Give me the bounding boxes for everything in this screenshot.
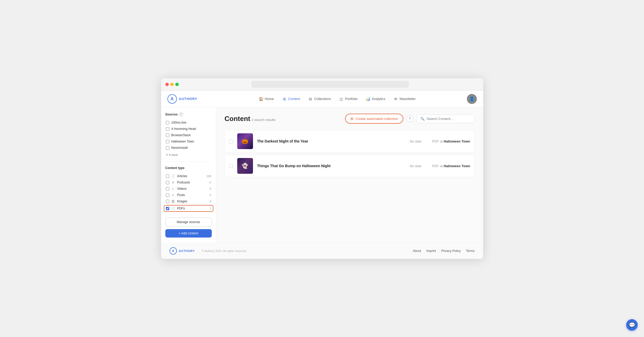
images-checkbox[interactable] — [166, 200, 169, 203]
pdfs-icon: 📄 — [171, 207, 175, 210]
page-title: Content — [225, 115, 250, 123]
type-podcasts[interactable]: 🎙 Podcasts 0 — [165, 179, 212, 186]
type-pdfs[interactable]: 📄 PDFs 2 — [164, 205, 213, 212]
pdfs-checkbox[interactable] — [166, 207, 169, 210]
item-1-date: No date — [410, 139, 422, 143]
source-browserstack-checkbox[interactable] — [166, 134, 169, 137]
show-more-sources[interactable]: ∨ 4 more — [165, 152, 212, 157]
chat-button[interactable]: 💬 — [626, 319, 638, 331]
footer-privacy[interactable]: Privacy Policy — [441, 249, 461, 253]
nav-home[interactable]: 🏠 Home — [255, 95, 278, 103]
articles-checkbox[interactable] — [166, 175, 169, 178]
item-2-info: Things That Go Bump on Halloween Night — [257, 164, 405, 168]
source-humming-heart[interactable]: A Humming Heart — [165, 126, 212, 132]
search-box[interactable]: 🔍 — [416, 114, 475, 123]
collection-icon: ⊞ — [350, 117, 353, 121]
videos-checkbox[interactable] — [166, 187, 169, 191]
source-browserstack[interactable]: BrowserStack — [165, 132, 212, 138]
sidebar: Sources ? 100ms.live A Humming Heart Bro… — [161, 107, 216, 243]
logo-icon: A — [167, 94, 177, 104]
type-images[interactable]: 🖼 Images 0 — [165, 198, 212, 204]
home-icon: 🏠 — [259, 97, 263, 101]
divider — [165, 162, 212, 162]
footer-copyright: © Authory 2022. All rights reserved. — [202, 249, 247, 252]
podcasts-checkbox[interactable] — [166, 181, 169, 184]
footer: A AUTHORY © Authory 2022. All rights res… — [161, 243, 483, 259]
posts-checkbox[interactable] — [166, 193, 169, 197]
analytics-icon: 📊 — [366, 97, 370, 101]
content-items-list: 🎃 The Darkest Night of the Year No date … — [225, 130, 475, 177]
source-100ms[interactable]: 100ms.live — [165, 119, 212, 126]
item-1-thumbnail: 🎃 — [237, 133, 253, 149]
newsletter-icon: ✉ — [394, 97, 398, 101]
content-header: Content 2 search results ⊞ Create automa… — [225, 114, 475, 124]
collections-icon: ⊟ — [308, 97, 313, 101]
source-100ms-checkbox[interactable] — [166, 121, 169, 124]
search-input[interactable] — [427, 117, 471, 121]
footer-links: About Imprint Privacy Policy Terms — [413, 249, 474, 253]
main-layout: Sources ? 100ms.live A Humming Heart Bro… — [161, 107, 483, 243]
content-icon: ⊞ — [282, 97, 287, 101]
close-dot[interactable] — [165, 83, 169, 86]
nav-collections[interactable]: ⊟ Collections — [305, 95, 335, 103]
footer-logo-text: AUTHORY — [179, 249, 195, 252]
sidebar-bottom: Manage sources + Add content — [165, 212, 212, 238]
source-humming-heart-checkbox[interactable] — [166, 127, 169, 131]
item-2-thumbnail: 👻 — [237, 158, 253, 174]
add-content-button[interactable]: + Add content — [165, 229, 212, 238]
item-2-date: No date — [410, 164, 422, 168]
videos-icon: ▷ — [171, 187, 175, 191]
browser-dots — [165, 83, 179, 86]
browser-chrome — [161, 78, 483, 91]
item-2-checkbox[interactable] — [229, 164, 233, 168]
sources-help-icon[interactable]: ? — [179, 113, 183, 116]
source-halloween-town-checkbox[interactable] — [166, 140, 169, 143]
item-1-title: The Darkest Night of the Year — [257, 139, 405, 143]
type-articles[interactable]: 📄 Articles 198 — [165, 173, 212, 179]
footer-logo[interactable]: A AUTHORY — [170, 247, 195, 255]
footer-terms[interactable]: Terms — [466, 249, 475, 253]
top-nav: A AUTHORY 🏠 Home ⊞ Content ⊟ Collections — [161, 91, 483, 107]
main-nav: 🏠 Home ⊞ Content ⊟ Collections ◫ Portfol… — [208, 95, 467, 103]
source-neverinstall[interactable]: Neverinstall — [165, 145, 212, 151]
source-halloween-town[interactable]: Halloween Town — [165, 138, 212, 145]
content-area: Content 2 search results ⊞ Create automa… — [216, 107, 483, 243]
articles-icon: 📄 — [171, 175, 175, 178]
item-1-info: The Darkest Night of the Year — [257, 139, 405, 143]
create-collection-button[interactable]: ⊞ Create automated collection — [345, 114, 403, 124]
footer-left: A AUTHORY © Authory 2022. All rights res… — [170, 247, 247, 255]
nav-content[interactable]: ⊞ Content — [279, 95, 304, 103]
content-title-group: Content 2 search results — [225, 115, 276, 123]
sources-label: Sources ? — [165, 113, 212, 116]
logo-text: AUTHORY — [179, 97, 198, 101]
footer-logo-icon: A — [170, 247, 177, 255]
minimize-dot[interactable] — [170, 83, 174, 86]
type-videos[interactable]: ▷ Videos 0 — [165, 186, 212, 192]
user-avatar[interactable]: 👤 — [467, 94, 477, 104]
content-help-icon[interactable]: ? — [407, 115, 413, 122]
logo[interactable]: A AUTHORY — [167, 94, 198, 104]
footer-imprint[interactable]: Imprint — [426, 249, 436, 253]
podcasts-icon: 🎙 — [171, 181, 175, 184]
maximize-dot[interactable] — [175, 83, 179, 86]
content-type-label: Content type — [165, 166, 212, 170]
search-icon: 🔍 — [420, 117, 425, 121]
content-item: 👻 Things That Go Bump on Halloween Night… — [225, 155, 475, 177]
posts-icon: ≡ — [171, 193, 175, 197]
type-posts[interactable]: ≡ Posts 0 — [165, 192, 212, 198]
source-neverinstall-checkbox[interactable] — [166, 146, 169, 150]
content-item: 🎃 The Darkest Night of the Year No date … — [225, 130, 475, 152]
nav-newsletter[interactable]: ✉ Newsletter — [390, 95, 419, 103]
nav-portfolio[interactable]: ◫ Portfolio — [336, 95, 361, 103]
item-2-source: PDF at Halloween Town — [432, 164, 470, 168]
search-count: 2 search results — [251, 118, 276, 122]
url-bar[interactable] — [251, 81, 409, 88]
manage-sources-button[interactable]: Manage sources — [165, 218, 212, 227]
item-1-source: PDF at Halloween Town — [432, 139, 470, 143]
footer-about[interactable]: About — [413, 249, 421, 253]
app: A AUTHORY 🏠 Home ⊞ Content ⊟ Collections — [161, 91, 483, 259]
item-1-checkbox[interactable] — [229, 139, 233, 143]
nav-analytics[interactable]: 📊 Analytics — [362, 95, 389, 103]
images-icon: 🖼 — [171, 200, 175, 203]
chat-icon: 💬 — [629, 322, 635, 328]
